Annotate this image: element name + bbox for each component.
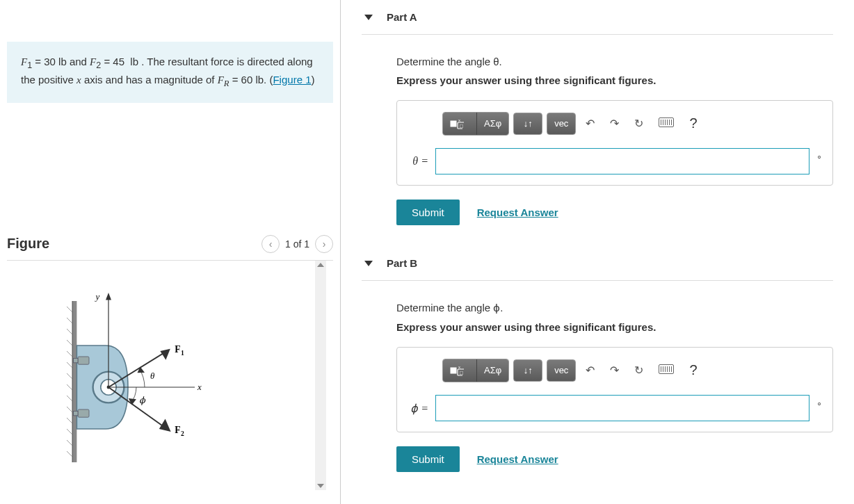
part-instruction: Express your answer using three signific… <box>396 74 833 86</box>
svg-line-6 <box>67 351 72 357</box>
svg-rect-43 <box>451 368 456 373</box>
keyboard-icon <box>659 117 674 127</box>
template-picker-button[interactable]: x□ <box>443 113 477 135</box>
svg-text:1: 1 <box>181 348 184 356</box>
answer-input[interactable] <box>435 395 809 421</box>
submit-button[interactable]: Submit <box>396 200 460 225</box>
svg-marker-24 <box>106 293 111 300</box>
problem-statement: F1 = 30 lb and F2 = 45 lb . The resultan… <box>7 42 333 103</box>
help-button[interactable]: ? <box>684 111 702 136</box>
svg-line-11 <box>67 407 72 412</box>
answer-box: x□ ΑΣφ ↓↑ vec ↶ ↷ ↻ ? θ = ∘ <box>396 100 833 186</box>
greek-button[interactable]: ΑΣφ <box>477 359 508 382</box>
svg-text:ϕ: ϕ <box>139 396 146 405</box>
svg-line-12 <box>67 418 72 423</box>
template-picker-button[interactable]: x□ <box>443 359 477 382</box>
svg-text:y: y <box>95 292 100 302</box>
scroll-up-icon[interactable] <box>317 263 324 267</box>
svg-text:x: x <box>458 365 460 369</box>
svg-line-2 <box>67 307 72 312</box>
answer-input[interactable] <box>435 148 809 174</box>
figure-next-button[interactable]: › <box>315 235 333 253</box>
keyboard-button[interactable] <box>653 360 679 381</box>
part-header[interactable]: Part A <box>362 0 833 35</box>
svg-rect-18 <box>78 409 89 417</box>
svg-text:F: F <box>175 425 180 435</box>
keyboard-button[interactable] <box>653 113 679 134</box>
subscript-button[interactable]: ↓↑ <box>513 359 542 382</box>
svg-line-13 <box>67 429 72 434</box>
part-title: Part A <box>387 11 417 23</box>
svg-line-15 <box>67 451 72 457</box>
vector-button[interactable]: vec <box>547 113 576 135</box>
svg-text:F: F <box>175 343 180 354</box>
svg-line-9 <box>67 384 72 390</box>
reset-button[interactable]: ↻ <box>629 359 649 381</box>
scroll-down-icon[interactable] <box>317 484 324 488</box>
greek-button[interactable]: ΑΣφ <box>477 113 508 135</box>
collapse-icon <box>364 261 373 266</box>
part-prompt: Determine the angle θ. <box>396 56 833 67</box>
part-header[interactable]: Part B <box>362 246 833 281</box>
answer-box: x□ ΑΣφ ↓↑ vec ↶ ↷ ↻ ? ϕ = ∘ <box>396 347 833 432</box>
svg-text:x: x <box>458 118 460 122</box>
help-button[interactable]: ? <box>684 358 702 382</box>
svg-text:□: □ <box>460 370 463 376</box>
subscript-button[interactable]: ↓↑ <box>513 113 542 135</box>
svg-line-7 <box>67 362 72 368</box>
collapse-icon <box>364 15 373 20</box>
figure-title: Figure <box>7 236 49 252</box>
submit-button[interactable]: Submit <box>396 446 460 472</box>
svg-rect-19 <box>74 411 78 415</box>
svg-text:θ: θ <box>150 371 154 381</box>
answer-unit: ∘ <box>816 151 822 161</box>
svg-text:□: □ <box>460 123 463 129</box>
part-title: Part B <box>387 257 417 269</box>
svg-line-4 <box>67 329 72 334</box>
svg-rect-0 <box>72 301 76 462</box>
answer-variable-label: ϕ = <box>408 402 428 415</box>
request-answer-link[interactable]: Request Answer <box>477 453 558 465</box>
svg-line-5 <box>67 340 72 346</box>
svg-text:x: x <box>197 382 202 392</box>
svg-text:2: 2 <box>181 430 184 437</box>
figure-diagram: y x F 1 F 2 θ <box>7 268 223 490</box>
reset-button[interactable]: ↻ <box>629 113 649 134</box>
answer-unit: ∘ <box>816 398 822 408</box>
redo-button[interactable]: ↷ <box>604 113 625 134</box>
figure-counter: 1 of 1 <box>285 238 309 250</box>
redo-button[interactable]: ↷ <box>604 359 625 381</box>
svg-line-14 <box>67 440 72 446</box>
svg-line-8 <box>67 373 72 379</box>
vector-button[interactable]: vec <box>547 359 576 382</box>
figure-prev-button[interactable]: ‹ <box>261 235 280 253</box>
undo-button[interactable]: ↶ <box>580 359 600 381</box>
answer-variable-label: θ = <box>408 155 428 168</box>
figure-scrollbar[interactable] <box>315 261 326 490</box>
svg-line-10 <box>67 396 72 401</box>
request-answer-link[interactable]: Request Answer <box>477 206 558 218</box>
keyboard-icon <box>659 364 674 374</box>
svg-rect-17 <box>74 358 78 362</box>
svg-line-3 <box>67 318 72 323</box>
svg-rect-40 <box>451 121 456 127</box>
undo-button[interactable]: ↶ <box>580 113 600 134</box>
part-instruction: Express your answer using three signific… <box>396 321 833 333</box>
svg-rect-16 <box>78 357 89 364</box>
part-prompt: Determine the angle ϕ. <box>396 302 833 314</box>
